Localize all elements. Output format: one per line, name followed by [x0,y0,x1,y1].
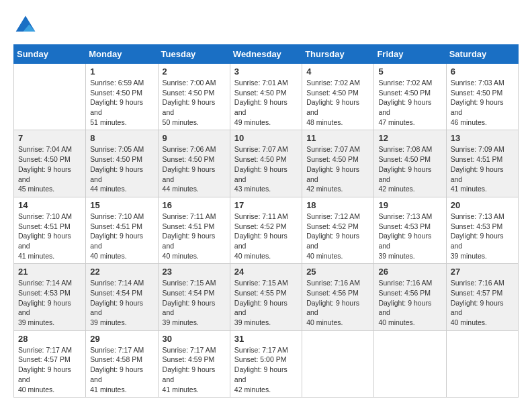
sunrise-text: Sunrise: 7:07 AM [234,144,298,154]
daylight-text-2: 39 minutes. [378,251,441,261]
daylight-text-2: 41 minutes. [163,385,226,395]
cell-content: Sunrise: 7:08 AMSunset: 4:50 PMDaylight:… [378,144,441,193]
daylight-text: Daylight: 9 hours and [306,298,369,318]
cell-content: Sunrise: 7:06 AMSunset: 4:50 PMDaylight:… [163,144,226,193]
cell-content: Sunrise: 7:00 AMSunset: 4:50 PMDaylight:… [163,78,226,127]
daylight-text-2: 40 minutes. [90,251,153,261]
sunrise-text: Sunrise: 7:13 AM [451,212,514,222]
sunrise-text: Sunrise: 7:05 AM [90,144,153,154]
sunrise-text: Sunrise: 7:16 AM [451,278,514,288]
day-number: 25 [306,267,369,277]
calendar-cell: 2Sunrise: 7:00 AMSunset: 4:50 PMDaylight… [158,64,230,130]
daylight-text: Daylight: 9 hours and [451,97,514,117]
cell-content: Sunrise: 7:13 AMSunset: 4:53 PMDaylight:… [451,212,514,261]
sunset-text: Sunset: 4:53 PM [18,288,81,298]
calendar: SundayMondayTuesdayWednesdayThursdayFrid… [13,44,519,398]
sunset-text: Sunset: 4:51 PM [90,222,153,232]
calendar-cell: 29Sunrise: 7:17 AMSunset: 4:58 PMDayligh… [86,330,158,397]
calendar-cell: 25Sunrise: 7:16 AMSunset: 4:56 PMDayligh… [302,264,374,330]
sunset-text: Sunset: 4:50 PM [90,88,153,98]
logo-icon [13,13,38,38]
sunrise-text: Sunrise: 7:17 AM [234,345,298,355]
weekday-header-saturday: Saturday [446,45,518,64]
calendar-cell: 10Sunrise: 7:07 AMSunset: 4:50 PMDayligh… [230,130,302,197]
cell-content: Sunrise: 7:16 AMSunset: 4:56 PMDaylight:… [378,278,441,327]
cell-content: Sunrise: 7:03 AMSunset: 4:50 PMDaylight:… [451,78,514,127]
sunset-text: Sunset: 4:50 PM [306,154,369,165]
cell-content: Sunrise: 7:10 AMSunset: 4:51 PMDaylight:… [18,212,81,261]
weekday-header-tuesday: Tuesday [158,45,230,64]
calendar-cell: 16Sunrise: 7:11 AMSunset: 4:51 PMDayligh… [158,197,230,263]
calendar-cell: 11Sunrise: 7:07 AMSunset: 4:50 PMDayligh… [302,130,374,197]
calendar-cell: 20Sunrise: 7:13 AMSunset: 4:53 PMDayligh… [446,197,518,263]
sunset-text: Sunset: 4:50 PM [234,88,298,98]
sunrise-text: Sunrise: 7:09 AM [451,144,514,154]
cell-content: Sunrise: 7:11 AMSunset: 4:52 PMDaylight:… [234,212,298,261]
day-number: 14 [18,200,81,210]
day-number: 21 [18,267,81,277]
logo [13,13,42,38]
calendar-cell: 23Sunrise: 7:15 AMSunset: 4:54 PMDayligh… [158,264,230,330]
sunrise-text: Sunrise: 7:13 AM [378,212,441,222]
daylight-text-2: 41 minutes. [451,184,514,194]
daylight-text: Daylight: 9 hours and [163,231,226,250]
day-number: 9 [163,133,226,143]
cell-content: Sunrise: 7:17 AMSunset: 4:59 PMDaylight:… [163,345,226,394]
daylight-text-2: 44 minutes. [163,184,226,194]
sunrise-text: Sunrise: 7:17 AM [18,345,81,355]
sunset-text: Sunset: 4:56 PM [378,288,441,298]
sunset-text: Sunset: 4:50 PM [234,154,298,165]
sunrise-text: Sunrise: 7:16 AM [306,278,369,288]
calendar-cell: 4Sunrise: 7:02 AMSunset: 4:50 PMDaylight… [302,64,374,130]
cell-content: Sunrise: 7:10 AMSunset: 4:51 PMDaylight:… [90,212,153,261]
daylight-text: Daylight: 9 hours and [163,97,226,117]
sunrise-text: Sunrise: 7:02 AM [306,78,369,88]
daylight-text: Daylight: 9 hours and [18,165,81,184]
cell-content: Sunrise: 6:59 AMSunset: 4:50 PMDaylight:… [90,78,153,127]
daylight-text-2: 39 minutes. [451,251,514,261]
cell-content: Sunrise: 7:05 AMSunset: 4:50 PMDaylight:… [90,144,153,193]
cell-content: Sunrise: 7:11 AMSunset: 4:51 PMDaylight:… [163,212,226,261]
sunset-text: Sunset: 4:50 PM [378,154,441,165]
day-number: 3 [234,66,298,77]
calendar-cell [14,64,86,130]
day-number: 2 [163,66,226,77]
calendar-cell [446,330,518,397]
cell-content: Sunrise: 7:16 AMSunset: 4:57 PMDaylight:… [451,278,514,327]
daylight-text: Daylight: 9 hours and [234,231,298,250]
cell-content: Sunrise: 7:15 AMSunset: 4:54 PMDaylight:… [163,278,226,327]
day-number: 11 [306,133,369,143]
daylight-text: Daylight: 9 hours and [234,365,298,384]
sunset-text: Sunset: 4:50 PM [378,88,441,98]
cell-content: Sunrise: 7:16 AMSunset: 4:56 PMDaylight:… [306,278,369,327]
daylight-text-2: 40 minutes. [378,318,441,328]
sunrise-text: Sunrise: 7:03 AM [451,78,514,88]
day-number: 16 [163,200,226,210]
day-number: 13 [451,133,514,143]
day-number: 19 [378,200,441,210]
cell-content: Sunrise: 7:07 AMSunset: 4:50 PMDaylight:… [234,144,298,193]
page-wrapper: SundayMondayTuesdayWednesdayThursdayFrid… [13,13,519,398]
daylight-text: Daylight: 9 hours and [306,165,369,184]
day-number: 10 [234,133,298,143]
daylight-text-2: 40 minutes. [18,385,81,395]
daylight-text: Daylight: 9 hours and [163,298,226,318]
sunset-text: Sunset: 4:58 PM [90,355,153,365]
daylight-text: Daylight: 9 hours and [90,97,153,117]
cell-content: Sunrise: 7:02 AMSunset: 4:50 PMDaylight:… [378,78,441,127]
day-number: 15 [90,200,153,210]
calendar-row: 7Sunrise: 7:04 AMSunset: 4:50 PMDaylight… [14,130,519,197]
sunset-text: Sunset: 4:51 PM [18,222,81,232]
daylight-text-2: 46 minutes. [451,118,514,128]
sunrise-text: Sunrise: 7:17 AM [163,345,226,355]
cell-content: Sunrise: 7:17 AMSunset: 4:57 PMDaylight:… [18,345,81,394]
day-number: 24 [234,267,298,277]
day-number: 30 [163,334,226,344]
day-number: 23 [163,267,226,277]
sunset-text: Sunset: 4:51 PM [163,222,226,232]
calendar-cell: 28Sunrise: 7:17 AMSunset: 4:57 PMDayligh… [14,330,86,397]
sunset-text: Sunset: 4:53 PM [378,222,441,232]
daylight-text: Daylight: 9 hours and [90,365,153,384]
sunset-text: Sunset: 4:54 PM [90,288,153,298]
daylight-text-2: 41 minutes. [90,385,153,395]
